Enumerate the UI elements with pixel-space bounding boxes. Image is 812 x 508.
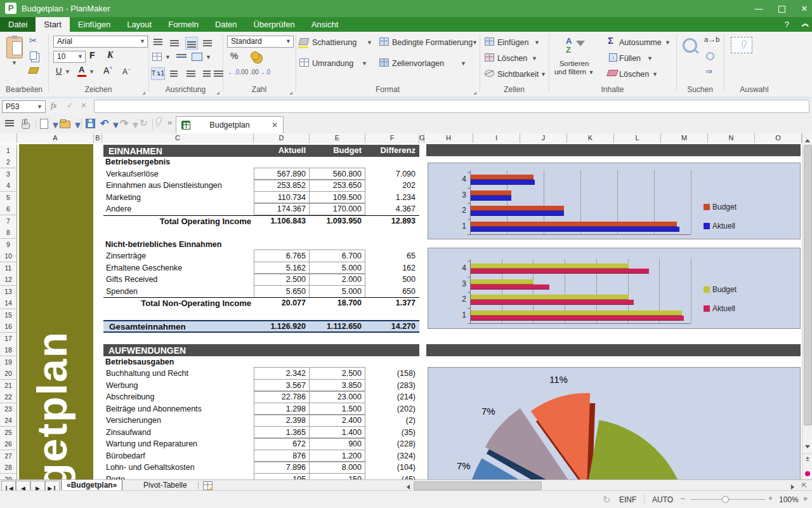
cell-value[interactable]: 22.786 (254, 391, 306, 403)
tab-ansicht[interactable]: Ansicht (303, 17, 347, 32)
cell-value[interactable]: 109.500 (310, 192, 362, 203)
tab-einfuegen[interactable]: Einfügen (70, 17, 119, 32)
cell-value[interactable]: 65 (365, 250, 416, 262)
grand-total-label[interactable]: Gesamteinnahmen (109, 321, 186, 333)
shading-dropdown-arrow[interactable]: ▼ (367, 39, 372, 46)
number-format-dropdown-arrow[interactable]: ▼ (285, 36, 291, 47)
new-document-dropdown-arrow[interactable]: ▼ (51, 119, 60, 130)
cell-value[interactable]: 1.200 (310, 450, 362, 462)
cell-value[interactable]: 253.650 (310, 180, 362, 191)
record-marker-icon[interactable] (802, 467, 812, 478)
hamburger-menu-icon[interactable] (5, 120, 14, 121)
row-label[interactable]: Verkaufserlöse (106, 168, 159, 180)
align-bottom-icon[interactable] (185, 37, 198, 50)
align-middle-icon[interactable] (169, 37, 180, 48)
cell-styles-dropdown-arrow[interactable]: ▼ (461, 60, 466, 67)
row-label[interactable]: Buchhaltung und Recht (106, 368, 188, 379)
tab-formeln[interactable]: Formeln (160, 17, 207, 32)
cell-value[interactable]: 6.765 (254, 250, 306, 262)
zoom-out-icon[interactable]: – (681, 494, 685, 503)
grow-font-button[interactable]: A+ (103, 65, 113, 76)
cell-value[interactable]: 3.850 (310, 380, 362, 391)
row-label[interactable]: Marketing (106, 192, 141, 203)
cell-value[interactable]: 650 (365, 286, 416, 297)
font-name-combobox[interactable]: Arial▼ (53, 36, 148, 48)
row-label[interactable]: Andere (106, 203, 131, 215)
vertical-scrollbar[interactable]: ± Ŧ (802, 133, 812, 490)
bar-chart-income-nonoperating[interactable]: 4321BudgetAktuell (428, 248, 801, 329)
row-label[interactable]: Bürobedarf (106, 450, 145, 462)
select-all-corner[interactable] (0, 133, 17, 143)
cell-value[interactable]: 162 (365, 262, 416, 274)
scroll-left-icon[interactable] (403, 481, 412, 490)
tab-datei[interactable]: Datei (0, 17, 36, 32)
new-document-icon[interactable] (40, 119, 48, 129)
cell-value[interactable]: 1.365 (254, 427, 306, 438)
cell-value[interactable]: 1.234 (365, 192, 416, 203)
pointer-tool-icon[interactable] (157, 118, 166, 127)
format-painter-icon[interactable] (28, 67, 39, 74)
insert-cells-dropdown-arrow[interactable]: ▼ (534, 39, 540, 46)
column-header-J[interactable]: J (520, 133, 567, 143)
cell-value[interactable]: (202) (365, 403, 416, 415)
replace-button[interactable]: a→b (704, 36, 719, 43)
column-header-M[interactable]: M (661, 133, 708, 143)
hand-tool-icon[interactable] (22, 119, 29, 128)
formula-input[interactable] (94, 100, 809, 113)
justify-icon[interactable] (213, 69, 225, 80)
shrink-font-button[interactable]: A− (122, 66, 131, 76)
document-tab-close-icon[interactable]: ✕ (272, 121, 278, 130)
underline-dropdown-arrow[interactable]: ▼ (65, 69, 70, 75)
subheader-label[interactable]: Betriebsausgaben (105, 356, 174, 368)
cell-value[interactable]: 876 (254, 450, 306, 462)
repeat-icon[interactable]: ↻ (140, 117, 148, 129)
search-again-icon[interactable] (706, 52, 714, 60)
cell-value[interactable]: 7.896 (254, 462, 306, 473)
total-label[interactable]: Total Non-Operating Income (106, 298, 251, 309)
percent-format-button[interactable]: % (230, 51, 238, 61)
row-label[interactable]: Erhaltene Geschenke (106, 262, 182, 274)
toolbar-overflow-icon[interactable]: » (167, 117, 172, 127)
cell-value[interactable]: 500 (365, 274, 416, 285)
tab-daten[interactable]: Daten (207, 17, 246, 32)
cell-value[interactable]: 900 (310, 438, 362, 450)
scroll-down-icon[interactable] (802, 439, 812, 450)
add-decimal-icon[interactable]: .00→.0 (250, 69, 270, 76)
borders-icon[interactable] (299, 58, 309, 67)
column-header-C[interactable]: C (102, 133, 254, 143)
cell-value[interactable]: 672 (254, 438, 306, 450)
shading-bucket-icon[interactable] (299, 38, 310, 45)
distribute-vertical-icon[interactable] (202, 37, 213, 48)
total-label[interactable]: Total Operating Income (106, 216, 251, 227)
cell-value[interactable]: 1.377 (365, 297, 416, 309)
number-format-combobox[interactable]: Standard▼ (227, 36, 294, 48)
function-icon[interactable]: fx (51, 100, 56, 110)
row-header-15[interactable]: 15 (0, 309, 17, 321)
zoom-level[interactable]: 100% (779, 495, 799, 504)
cell-value[interactable]: (214) (365, 391, 416, 403)
maximize-button[interactable] (770, 0, 793, 17)
borders-dropdown-arrow[interactable]: ▼ (362, 60, 367, 67)
document-tab[interactable]: Budgetplan ✕ (176, 116, 284, 134)
row-label[interactable]: Porto (106, 474, 125, 479)
horizontal-scroll-thumb[interactable] (414, 481, 542, 490)
row-label[interactable]: Zinsaufwand (106, 427, 151, 438)
calc-mode-indicator[interactable]: AUTO (652, 495, 673, 504)
row-label[interactable]: Beiträge und Abonnements (106, 403, 202, 415)
cell-styles-button[interactable]: Zellenvorlagen (392, 57, 444, 70)
row-label[interactable]: Spenden (106, 286, 138, 297)
undo-icon[interactable]: ↶ (100, 117, 108, 130)
cell-value[interactable]: 1.298 (254, 403, 306, 415)
cell-value[interactable]: 23.000 (310, 391, 362, 403)
help-icon[interactable]: ? (785, 20, 789, 29)
sync-icon[interactable]: ↻ (603, 494, 611, 505)
cell-value[interactable]: (283) (365, 380, 416, 391)
statusbar-overflow-icon[interactable]: » (803, 494, 808, 503)
underline-button[interactable]: U (56, 66, 62, 76)
insert-cells-icon[interactable] (485, 37, 494, 46)
erase-button[interactable]: Löschen (619, 68, 649, 81)
cell-value[interactable]: (158) (365, 368, 416, 379)
split-window-icon[interactable]: ± (802, 453, 812, 464)
cell-value[interactable]: 2.398 (254, 415, 306, 426)
tab-start[interactable]: Start (36, 17, 69, 32)
